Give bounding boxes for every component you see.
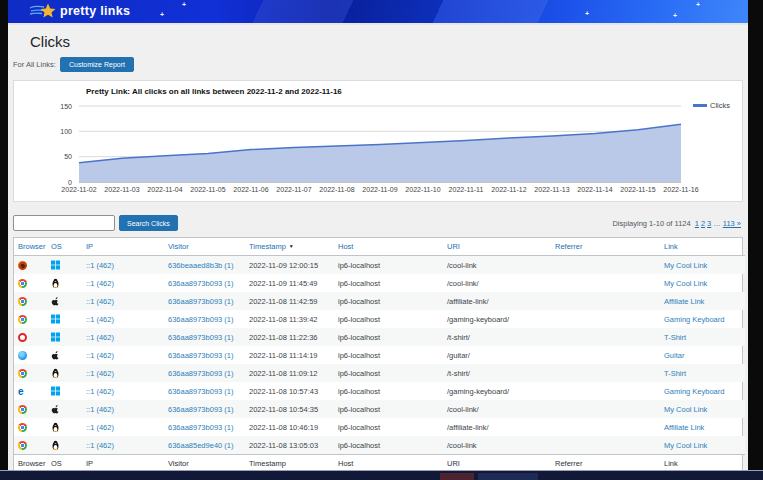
visitor-cell[interactable]: 636aa8973b093 (1)	[164, 274, 245, 292]
column-header-host[interactable]: Host	[334, 238, 443, 256]
browser-cell	[14, 256, 47, 275]
uri-cell: /t-shirt/	[443, 364, 551, 382]
referrer-cell	[551, 436, 660, 455]
search-input[interactable]	[13, 215, 115, 231]
svg-text:2022-11-16: 2022-11-16	[663, 186, 698, 193]
table-row: ::1 (462)636aa8973b093 (1)2022-11-08 11:…	[14, 310, 745, 328]
timestamp-cell: 2022-11-08 11:39:42	[245, 310, 334, 328]
visitor-cell[interactable]: 636aa8973b093 (1)	[164, 346, 245, 364]
host-cell: ip6-localhost	[334, 364, 443, 382]
visitor-cell[interactable]: 636aa8973b093 (1)	[164, 364, 245, 382]
browser-cell	[14, 274, 47, 292]
link-cell[interactable]: My Cool Link	[660, 256, 745, 275]
link-cell[interactable]: Guitar	[660, 346, 745, 364]
host-cell: ip6-localhost	[334, 436, 443, 455]
timestamp-cell: 2022-11-08 10:54:35	[245, 400, 334, 418]
visitor-cell[interactable]: 636aa8973b093 (1)	[164, 418, 245, 436]
column-header-ip[interactable]: IP	[82, 238, 164, 256]
host-cell: ip6-localhost	[334, 310, 443, 328]
column-header-ip: IP	[82, 455, 164, 470]
chrome-icon	[18, 297, 27, 306]
host-cell: ip6-localhost	[334, 382, 443, 400]
ip-cell[interactable]: ::1 (462)	[82, 292, 164, 310]
windows-icon	[51, 314, 60, 324]
page-link-1[interactable]: 1	[695, 219, 699, 228]
ip-cell[interactable]: ::1 (462)	[82, 400, 164, 418]
page-link-2[interactable]: 2	[701, 219, 705, 228]
svg-text:2022-11-13: 2022-11-13	[534, 186, 569, 193]
search-clicks-button[interactable]: Search Clicks	[119, 215, 178, 231]
table-row: ::1 (462)636aa8973b093 (1)2022-11-08 11:…	[14, 328, 745, 346]
visitor-cell[interactable]: 636beaaed8b3b (1)	[164, 256, 245, 275]
timestamp-cell: 2022-11-09 12:00:15	[245, 256, 334, 275]
page-link-3[interactable]: 3	[707, 219, 711, 228]
link-cell[interactable]: Affiliate Link	[660, 418, 745, 436]
ip-cell[interactable]: ::1 (462)	[82, 346, 164, 364]
referrer-cell	[551, 256, 660, 275]
ip-cell[interactable]: ::1 (462)	[82, 328, 164, 346]
column-header-browser[interactable]: Browser	[14, 238, 47, 256]
customize-report-button[interactable]: Customize Report	[60, 57, 134, 72]
link-cell[interactable]: My Cool Link	[660, 400, 745, 418]
svg-text:50: 50	[64, 153, 72, 160]
uri-cell: /affiliate-link/	[443, 418, 551, 436]
browser-cell	[14, 292, 47, 310]
link-cell[interactable]: Gaming Keyboard	[660, 382, 745, 400]
column-header-timestamp[interactable]: Timestamp▼	[245, 238, 334, 256]
windows-icon	[51, 386, 60, 396]
visitor-cell[interactable]: 636aa8973b093 (1)	[164, 310, 245, 328]
page-link-last[interactable]: 113 »	[723, 219, 741, 228]
visitor-cell[interactable]: 636aa8973b093 (1)	[164, 328, 245, 346]
visitor-cell[interactable]: 636aa8973b093 (1)	[164, 400, 245, 418]
column-header-link[interactable]: Link	[660, 238, 745, 256]
ip-cell[interactable]: ::1 (462)	[82, 436, 164, 455]
ip-cell[interactable]: ::1 (462)	[82, 364, 164, 382]
uri-cell: /cool-link	[443, 256, 551, 275]
visitor-cell[interactable]: 636aa8973b093 (1)	[164, 292, 245, 310]
clicks-table: BrowserOSIPVisitorTimestamp▼HostURIRefer…	[14, 238, 745, 470]
pretty-links-logo[interactable]: pretty links	[30, 3, 130, 19]
host-cell: ip6-localhost	[334, 256, 443, 275]
table-row: ::1 (462)636aa8973b093 (1)2022-11-08 10:…	[14, 400, 745, 418]
uri-cell: /guitar/	[443, 346, 551, 364]
timestamp-cell: 2022-11-08 11:42:59	[245, 292, 334, 310]
ip-cell[interactable]: ::1 (462)	[82, 310, 164, 328]
referrer-cell	[551, 382, 660, 400]
uri-cell: /gaming-keyboard/	[443, 382, 551, 400]
link-cell[interactable]: Gaming Keyboard	[660, 310, 745, 328]
table-row: ::1 (462)636aa8973b093 (1)2022-11-09 11:…	[14, 274, 745, 292]
column-header-referrer: Referrer	[551, 455, 660, 470]
ip-cell[interactable]: ::1 (462)	[82, 256, 164, 275]
taskbar-strip	[0, 470, 763, 480]
link-cell[interactable]: T-Shirt	[660, 328, 745, 346]
column-header-visitor[interactable]: Visitor	[164, 238, 245, 256]
visitor-cell[interactable]: 636aa8973b093 (1)	[164, 382, 245, 400]
os-cell	[47, 274, 82, 292]
clicks-table-card: BrowserOSIPVisitorTimestamp▼HostURIRefer…	[13, 237, 743, 470]
visitor-cell[interactable]: 636aa85ed9e40 (1)	[164, 436, 245, 455]
referrer-cell	[551, 364, 660, 382]
windows-icon	[51, 332, 60, 342]
ip-cell[interactable]: ::1 (462)	[82, 382, 164, 400]
svg-text:0: 0	[68, 179, 72, 186]
column-header-referrer[interactable]: Referrer	[551, 238, 660, 256]
svg-text:2022-11-09: 2022-11-09	[362, 186, 397, 193]
link-cell[interactable]: T-Shirt	[660, 364, 745, 382]
chrome-icon	[18, 405, 27, 414]
safari-icon	[18, 351, 27, 360]
taskbar-segment	[440, 473, 474, 480]
firefox-icon	[18, 261, 27, 270]
link-cell[interactable]: My Cool Link	[660, 436, 745, 455]
ip-cell[interactable]: ::1 (462)	[82, 418, 164, 436]
link-cell[interactable]: Affiliate Link	[660, 292, 745, 310]
column-header-uri[interactable]: URI	[443, 238, 551, 256]
referrer-cell	[551, 328, 660, 346]
browser-cell	[14, 364, 47, 382]
chrome-icon	[18, 423, 27, 432]
column-header-os[interactable]: OS	[47, 238, 82, 256]
ip-cell[interactable]: ::1 (462)	[82, 274, 164, 292]
column-header-host: Host	[334, 455, 443, 470]
page-ellipsis: …	[713, 219, 721, 228]
link-cell[interactable]: My Cool Link	[660, 274, 745, 292]
browser-cell	[14, 310, 47, 328]
